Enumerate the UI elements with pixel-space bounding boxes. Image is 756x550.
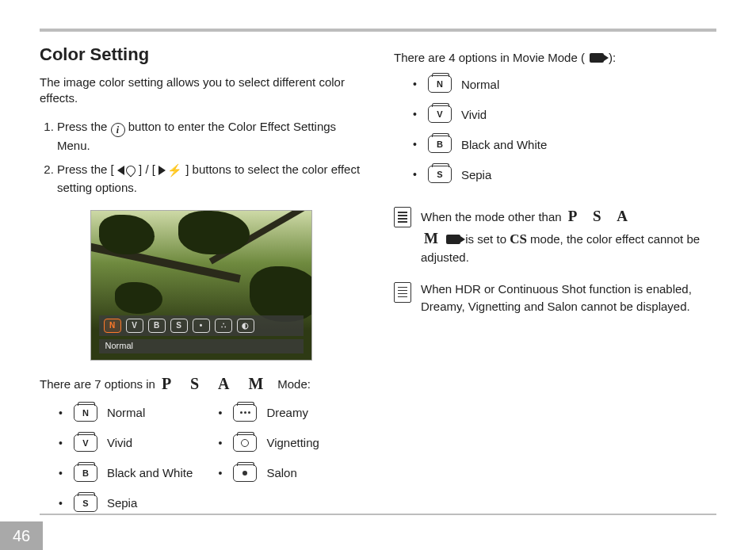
effect-icon-normal: N	[74, 404, 97, 422]
macro-icon	[124, 164, 137, 178]
movie-option-vivid: V Vivid	[413, 105, 716, 123]
option-label: Dreamy	[266, 406, 308, 419]
intro-text: The image color setting allows you to se…	[40, 74, 362, 107]
effect-icon-dreamy	[233, 404, 257, 422]
option-label: Normal	[461, 78, 499, 91]
effect-icon-salon	[233, 464, 257, 482]
psam-intro: There are 7 options in P S A M Mode:	[40, 375, 362, 393]
psam-options: N Normal Dreamy V Vivid Vignetting B	[40, 404, 362, 512]
movie-option-sepia: S Sepia	[413, 166, 716, 183]
effect-icon-sepia: S	[428, 166, 452, 183]
note1-letters-psa: P S A	[568, 208, 634, 224]
note-icon	[394, 282, 411, 303]
option-label: Normal	[107, 406, 145, 419]
effect-icon-bw: B	[428, 136, 452, 153]
psam-intro-b: Mode:	[277, 377, 311, 391]
overlay-icon-dreamy: •	[193, 319, 210, 333]
screenshot-leaf	[250, 266, 312, 322]
screenshot-overlay-label: Normal	[99, 339, 304, 353]
overlay-icon-bw: B	[148, 319, 166, 333]
movie-options: N Normal V Vivid B Black and White S Sep…	[394, 75, 716, 183]
overlay-icon-sepia: S	[170, 319, 188, 333]
step-1: Press the i button to enter the Color Ef…	[57, 118, 362, 155]
step-2: Press the [ ] / [ ⚡ ] buttons to select …	[57, 161, 362, 197]
option-label: Sepia	[461, 168, 491, 181]
option-label: Sepia	[107, 496, 137, 510]
effect-icon-vignetting	[233, 434, 257, 452]
effect-icon-vivid: V	[74, 434, 97, 452]
effect-icon-sepia: S	[74, 495, 97, 512]
overlay-icon-vignetting: ∴	[215, 319, 232, 333]
top-divider	[40, 29, 716, 32]
bottom-divider	[40, 514, 716, 515]
option-dreamy: Dreamy	[219, 404, 363, 422]
screenshot-leaf	[99, 215, 155, 254]
screenshot-overlay-bar: N V B S • ∴ ◐	[99, 315, 304, 336]
option-label: Black and White	[107, 466, 193, 479]
movie-intro-b: ):	[609, 51, 616, 64]
camera-screenshot: N V B S • ∴ ◐ Normal	[90, 210, 312, 361]
screenshot-leaf	[115, 282, 162, 314]
option-label: Vignetting	[266, 436, 319, 449]
movie-mode-icon	[590, 53, 604, 63]
manual-page: Color Setting The image color setting al…	[0, 0, 756, 550]
step-2-text-a: Press the [	[57, 162, 117, 176]
movie-option-bw: B Black and White	[413, 136, 716, 153]
step-2-text-b: ] / [	[139, 162, 158, 176]
option-label: Vivid	[107, 436, 132, 449]
movie-intro-a: There are 4 options in Movie Mode (	[394, 51, 585, 64]
flash-icon: ⚡	[167, 162, 182, 180]
option-bw: B Black and White	[59, 464, 203, 482]
screenshot-leaf	[178, 211, 250, 254]
info-button-icon: i	[111, 123, 125, 137]
option-sepia: S Sepia	[59, 495, 203, 512]
movie-mode-icon	[446, 235, 460, 244]
left-arrow-icon	[117, 166, 124, 175]
right-column: There are 4 options in Movie Mode ( ): N…	[394, 44, 716, 512]
note-icon	[394, 207, 411, 227]
effect-icon-vivid: V	[428, 105, 452, 123]
note-text: When HDR or Continuous Shot function is …	[421, 281, 716, 315]
note-mode-restriction: When the mode other than P S A M is set …	[394, 205, 716, 266]
option-vivid: V Vivid	[59, 434, 203, 452]
movie-intro: There are 4 options in Movie Mode ( ):	[394, 51, 716, 64]
option-label: Black and White	[461, 138, 547, 151]
overlay-icon-salon: ◐	[237, 319, 254, 333]
steps-list: Press the i button to enter the Color Ef…	[40, 118, 362, 197]
note-hdr-restriction: When HDR or Continuous Shot function is …	[394, 281, 716, 315]
cs-mode-label: CS	[510, 231, 527, 246]
effect-icon-normal: N	[428, 75, 452, 93]
overlay-icon-vivid: V	[126, 319, 143, 333]
step-1-text-a: Press the	[57, 120, 111, 133]
right-arrow-icon	[158, 166, 166, 175]
movie-option-normal: N Normal	[413, 75, 716, 93]
page-number: 46	[0, 521, 43, 550]
note-text: When the mode other than P S A M is set …	[421, 205, 716, 266]
note1-a: When the mode other than	[421, 210, 565, 223]
option-label: Vivid	[461, 108, 487, 121]
note1-b: is set to	[465, 232, 510, 246]
option-normal: N Normal	[59, 404, 203, 422]
option-vignetting: Vignetting	[219, 434, 363, 452]
content-columns: Color Setting The image color setting al…	[40, 44, 716, 512]
option-salon: Salon	[219, 464, 363, 482]
psam-mode-letters: P S A M	[162, 375, 271, 393]
overlay-icon-normal: N	[104, 319, 121, 333]
effect-icon-bw: B	[74, 464, 97, 482]
note1-letter-m: M	[424, 230, 438, 246]
option-label: Salon	[266, 466, 296, 479]
section-heading: Color Setting	[40, 44, 362, 65]
left-column: Color Setting The image color setting al…	[40, 44, 362, 512]
psam-intro-a: There are 7 options in	[40, 377, 155, 391]
